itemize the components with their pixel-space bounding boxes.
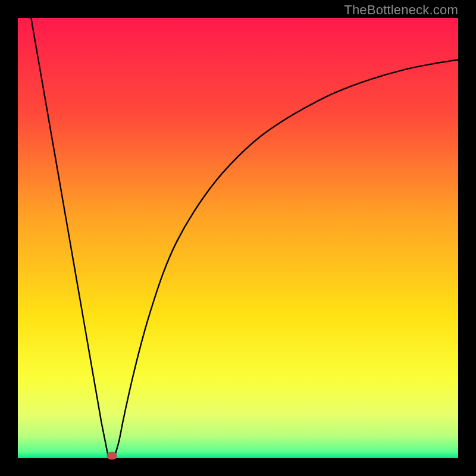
minimum-marker xyxy=(107,452,117,460)
watermark-text: TheBottleneck.com xyxy=(344,2,458,18)
chart-background xyxy=(18,18,458,458)
chart-frame: TheBottleneck.com xyxy=(0,0,476,476)
chart-plot xyxy=(18,18,458,458)
